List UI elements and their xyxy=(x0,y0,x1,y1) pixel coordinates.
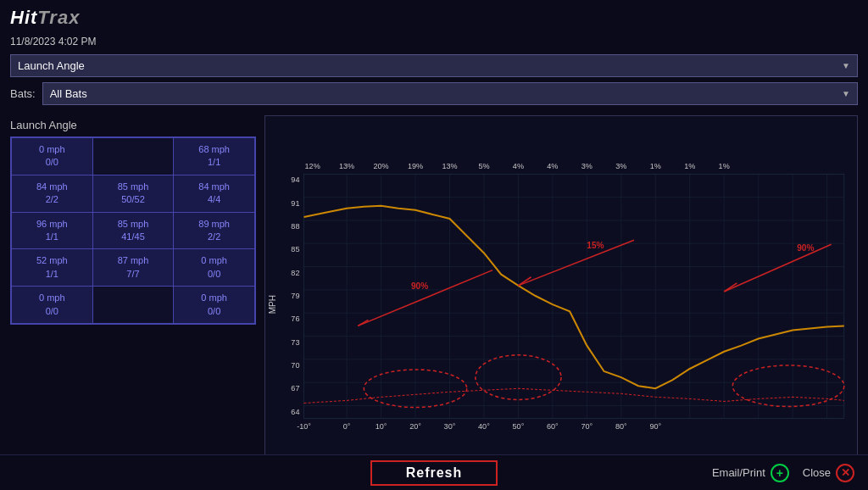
svg-rect-25 xyxy=(304,174,844,418)
grid-cell-3-1: 87 mph7/7 xyxy=(92,249,174,287)
svg-text:12%: 12% xyxy=(305,162,320,170)
svg-text:19%: 19% xyxy=(408,162,423,170)
svg-text:90%: 90% xyxy=(411,281,428,291)
svg-text:1%: 1% xyxy=(719,162,730,170)
svg-text:82: 82 xyxy=(291,269,299,277)
grid-cell-0-2: 68 mph1/1 xyxy=(174,138,255,175)
svg-text:30°: 30° xyxy=(444,422,456,431)
grid-row-3: 52 mph1/1 87 mph7/7 0 mph0/0 xyxy=(12,249,255,287)
grid-cell-2-0: 96 mph1/1 xyxy=(12,212,93,249)
svg-text:91: 91 xyxy=(291,199,299,208)
close-label: Close xyxy=(803,466,831,479)
grid-cell-0-1 xyxy=(92,138,174,175)
right-panel: 12% 13% 20% 19% 13% 5% 4% 4% 3% 3% 1% 1%… xyxy=(264,112,858,490)
bats-dropdown[interactable]: All Bats ▼ xyxy=(42,82,858,105)
close-button[interactable]: Close ✕ xyxy=(803,464,854,482)
grid-cell-1-1: 85 mph50/52 xyxy=(92,175,174,212)
bottom-bar: Refresh Email/Print + Close ✕ xyxy=(0,454,868,490)
logo-trax: Trax xyxy=(37,7,80,28)
grid-cell-4-1 xyxy=(92,287,174,324)
svg-text:20°: 20° xyxy=(409,422,421,431)
svg-text:90°: 90° xyxy=(649,422,661,431)
grid-cell-1-0: 84 mph2/2 xyxy=(12,175,93,212)
svg-text:85: 85 xyxy=(291,245,299,253)
svg-text:5%: 5% xyxy=(478,162,489,170)
bats-dropdown-label: All Bats xyxy=(50,87,87,100)
svg-text:80°: 80° xyxy=(615,422,627,431)
launch-angle-grid: 0 mph0/0 68 mph1/1 84 mph2/2 85 mph50/52… xyxy=(10,136,256,325)
svg-text:76: 76 xyxy=(291,315,299,323)
grid-row-0: 0 mph0/0 68 mph1/1 xyxy=(12,138,255,175)
metric-dropdown-label: Launch Angle xyxy=(18,59,85,72)
svg-text:79: 79 xyxy=(291,292,299,300)
svg-text:20%: 20% xyxy=(373,162,388,170)
svg-text:-10°: -10° xyxy=(297,422,311,431)
grid-row-1: 84 mph2/2 85 mph50/52 84 mph4/4 xyxy=(12,175,255,212)
svg-text:67: 67 xyxy=(291,384,299,393)
chart-container: 12% 13% 20% 19% 13% 5% 4% 4% 3% 3% 1% 1%… xyxy=(264,115,858,476)
bats-dropdown-arrow: ▼ xyxy=(842,89,850,98)
svg-text:73: 73 xyxy=(291,338,299,347)
svg-text:90%: 90% xyxy=(797,243,814,253)
svg-text:MPH: MPH xyxy=(268,295,277,314)
svg-text:1%: 1% xyxy=(684,162,695,170)
grid-row-2: 96 mph1/1 85 mph41/45 89 mph2/2 xyxy=(12,212,255,249)
grid-cell-2-1: 85 mph41/45 xyxy=(92,212,174,249)
datetime: 11/8/2023 4:02 PM xyxy=(10,36,858,47)
svg-text:3%: 3% xyxy=(581,162,593,170)
grid-cell-0-0: 0 mph0/0 xyxy=(12,138,93,175)
svg-text:94: 94 xyxy=(291,175,299,184)
svg-text:40°: 40° xyxy=(478,422,490,431)
grid-cell-3-0: 52 mph1/1 xyxy=(12,249,93,287)
grid-cell-4-2: 0 mph0/0 xyxy=(174,287,255,324)
left-panel: Launch Angle 0 mph0/0 68 mph1/1 84 mph2/… xyxy=(10,112,264,490)
bats-row: Bats: All Bats ▼ xyxy=(10,82,858,105)
close-icon: ✕ xyxy=(836,464,854,482)
svg-text:88: 88 xyxy=(291,222,299,231)
svg-text:0°: 0° xyxy=(343,422,351,431)
metric-dropdown[interactable]: Launch Angle ▼ xyxy=(10,54,858,77)
svg-text:13%: 13% xyxy=(442,162,457,170)
header: HitTrax xyxy=(0,0,868,32)
section-title: Launch Angle xyxy=(10,119,256,131)
chart-svg: 12% 13% 20% 19% 13% 5% 4% 4% 3% 3% 1% 1%… xyxy=(265,116,857,476)
svg-text:4%: 4% xyxy=(547,162,558,170)
svg-text:1%: 1% xyxy=(650,162,661,170)
email-print-button[interactable]: Email/Print + xyxy=(712,464,789,482)
email-print-icon: + xyxy=(771,464,789,482)
grid-row-4: 0 mph0/0 0 mph0/0 xyxy=(12,287,255,324)
main-content: Launch Angle 0 mph0/0 68 mph1/1 84 mph2/… xyxy=(0,112,868,490)
svg-text:70: 70 xyxy=(291,361,299,370)
grid-cell-4-0: 0 mph0/0 xyxy=(12,287,93,324)
svg-text:70°: 70° xyxy=(581,422,593,431)
grid-cell-3-2: 0 mph0/0 xyxy=(174,249,255,287)
svg-text:50°: 50° xyxy=(513,422,525,431)
refresh-button[interactable]: Refresh xyxy=(370,460,498,486)
metric-dropdown-arrow: ▼ xyxy=(842,61,850,70)
logo-hit: Hit xyxy=(10,7,37,28)
svg-text:10°: 10° xyxy=(376,422,387,431)
svg-text:3%: 3% xyxy=(615,162,626,170)
svg-text:60°: 60° xyxy=(547,422,559,431)
logo: HitTrax xyxy=(10,7,80,29)
svg-text:64: 64 xyxy=(291,408,299,416)
right-buttons: Email/Print + Close ✕ xyxy=(712,464,854,482)
grid-cell-2-2: 89 mph2/2 xyxy=(174,212,255,249)
svg-text:15%: 15% xyxy=(587,241,604,250)
email-print-label: Email/Print xyxy=(712,466,765,479)
svg-text:4%: 4% xyxy=(513,162,524,170)
bats-label: Bats: xyxy=(10,87,36,100)
grid-cell-1-2: 84 mph4/4 xyxy=(174,175,255,212)
svg-text:13%: 13% xyxy=(339,162,354,170)
